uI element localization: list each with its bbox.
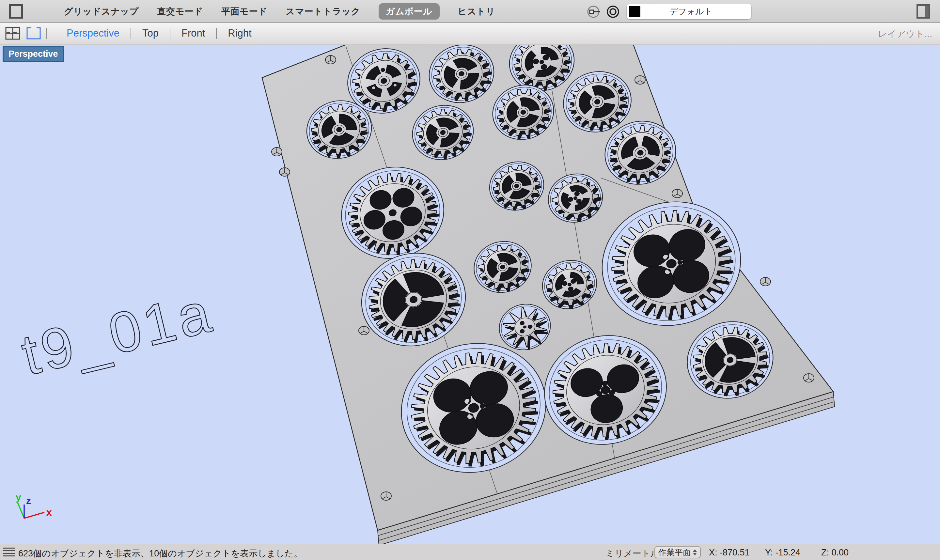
view-tab-front[interactable]: Front bbox=[170, 28, 216, 39]
dropdown-chevrons-icon bbox=[692, 549, 700, 555]
four-viewports-icon[interactable] bbox=[5, 27, 20, 40]
current-layer-chip[interactable]: デフォルト bbox=[627, 4, 751, 19]
status-bar: 623個のオブジェクトを非表示、10個のオブジェクトを表示しました。 ミリメート… bbox=[0, 544, 940, 560]
svg-text:z: z bbox=[26, 495, 31, 506]
layouts-button[interactable]: レイアウト... bbox=[878, 28, 932, 40]
screw-head[interactable] bbox=[272, 148, 282, 156]
record-history-icon[interactable] bbox=[606, 5, 620, 18]
toolbar-item-5[interactable]: ヒストリ bbox=[458, 6, 495, 17]
screw-head[interactable] bbox=[760, 277, 771, 286]
screw-head[interactable] bbox=[635, 76, 645, 84]
gear-plate-scene: t9_01axyz bbox=[0, 45, 940, 544]
command-history-icon[interactable] bbox=[3, 548, 15, 558]
coordinate-z: Z: 0.00 bbox=[821, 548, 849, 558]
toolbar-item-1[interactable]: 直交モード bbox=[157, 6, 203, 17]
viewport-tab-bar: PerspectiveTopFrontRight レイアウト... bbox=[0, 23, 940, 45]
toolbar-item-0[interactable]: グリッドスナップ bbox=[64, 6, 139, 17]
divider bbox=[46, 28, 47, 39]
toolbar-item-3[interactable]: スマートトラック bbox=[286, 6, 360, 17]
svg-text:x: x bbox=[46, 507, 52, 518]
screw-head[interactable] bbox=[672, 189, 683, 198]
units-label[interactable]: ミリメートル bbox=[605, 548, 659, 559]
cplane-label: 作業平面 bbox=[655, 547, 692, 558]
coordinate-x: X: -870.51 bbox=[709, 548, 750, 558]
viewport-title-badge[interactable]: Perspective bbox=[3, 46, 64, 62]
world-axes-icon: xyz bbox=[16, 492, 52, 518]
screw-head[interactable] bbox=[359, 326, 369, 335]
coordinate-y: Y: -15.24 bbox=[765, 548, 800, 558]
screw-head[interactable] bbox=[803, 374, 814, 382]
layer-color-swatch[interactable] bbox=[629, 6, 640, 17]
perspective-viewport[interactable]: Perspective t9_01axyz bbox=[0, 45, 940, 544]
layer-name-label: デフォルト bbox=[640, 6, 751, 17]
view-tabs: PerspectiveTopFrontRight bbox=[55, 23, 263, 44]
engraved-text-curve[interactable]: t9_01a bbox=[16, 280, 219, 387]
toolbar-item-2[interactable]: 平面モード bbox=[221, 6, 267, 17]
view-tab-top[interactable]: Top bbox=[131, 28, 170, 39]
single-viewport-icon[interactable] bbox=[26, 27, 41, 40]
right-sidebar-toggle-icon[interactable] bbox=[917, 4, 930, 18]
svg-text:y: y bbox=[16, 492, 21, 503]
screw-head[interactable] bbox=[381, 492, 391, 500]
view-tab-right[interactable]: Right bbox=[217, 28, 262, 39]
top-toolbar: グリッドスナップ直交モード平面モードスマートトラックガムボールヒストリ デフォル… bbox=[0, 0, 940, 23]
toolbar-item-4[interactable]: ガムボール bbox=[378, 3, 440, 20]
view-tab-perspective[interactable]: Perspective bbox=[55, 28, 131, 39]
snap-toggle-menu: グリッドスナップ直交モード平面モードスマートトラックガムボールヒストリ bbox=[64, 0, 495, 23]
cplane-dropdown[interactable]: 作業平面 bbox=[654, 546, 701, 558]
status-message: 623個のオブジェクトを非表示、10個のオブジェクトを表示しました。 bbox=[18, 548, 303, 559]
screw-head[interactable] bbox=[279, 168, 290, 176]
left-sidebar-toggle-icon[interactable] bbox=[9, 4, 23, 18]
screw-head[interactable] bbox=[325, 55, 336, 64]
radius-osnap-icon[interactable] bbox=[587, 5, 600, 18]
